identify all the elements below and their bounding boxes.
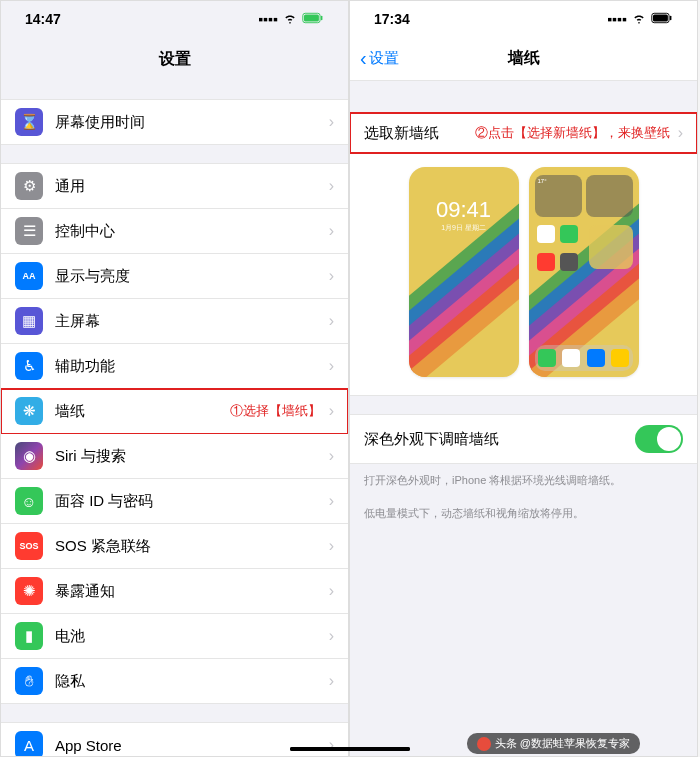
siri-icon: ◉ xyxy=(15,442,43,470)
chevron-right-icon: › xyxy=(329,357,334,375)
sos-icon: SOS xyxy=(15,532,43,560)
settings-row-控制中心[interactable]: ☰控制中心› xyxy=(1,209,348,254)
lock-time: 09:41 xyxy=(409,197,519,223)
dock xyxy=(535,345,633,371)
wifi-icon xyxy=(631,10,647,29)
svg-rect-5 xyxy=(670,16,672,21)
nav-header: ‹ 设置 墙纸 xyxy=(350,37,697,81)
nav-header: 设置 xyxy=(1,37,348,81)
chevron-right-icon: › xyxy=(329,177,334,195)
page-title: 设置 xyxy=(159,49,191,70)
footer-note-2: 低电量模式下，动态墙纸和视角缩放将停用。 xyxy=(350,497,697,530)
lock-date: 1月9日 星期二 xyxy=(409,223,519,233)
status-time: 17:34 xyxy=(374,11,410,27)
battery-icon: ▮ xyxy=(15,622,43,650)
row-label: 墙纸 xyxy=(55,402,230,421)
chevron-right-icon: › xyxy=(329,582,334,600)
cellular-icon: ▪▪▪▪ xyxy=(258,11,278,27)
row-label: Siri 与搜索 xyxy=(55,447,329,466)
settings-row-主屏幕[interactable]: ▦主屏幕› xyxy=(1,299,348,344)
chevron-right-icon: › xyxy=(329,447,334,465)
row-label: 选取新墙纸 xyxy=(364,124,475,143)
wallpaper-content: 选取新墙纸 ②点击【选择新墙纸】，来换壁纸 › 09:41 1月9日 星期二 1… xyxy=(350,81,697,756)
settings-row-墙纸[interactable]: ❋墙纸①选择【墙纸】› xyxy=(1,389,348,434)
row-label: 屏幕使用时间 xyxy=(55,113,329,132)
row-label: 电池 xyxy=(55,627,329,646)
chevron-right-icon: › xyxy=(329,537,334,555)
row-label: 暴露通知 xyxy=(55,582,329,601)
chevron-right-icon: › xyxy=(329,736,334,754)
settings-row-SOS 紧急联络[interactable]: SOSSOS 紧急联络› xyxy=(1,524,348,569)
wallpaper-icon: ❋ xyxy=(15,397,43,425)
cellular-icon: ▪▪▪▪ xyxy=(607,11,627,27)
homescreen-preview[interactable]: 17° xyxy=(529,167,639,377)
svg-rect-1 xyxy=(304,14,319,21)
virus-icon: ✺ xyxy=(15,577,43,605)
settings-row-面容 ID 与密码[interactable]: ☺面容 ID 与密码› xyxy=(1,479,348,524)
weather-widget: 17° xyxy=(535,175,582,217)
phone-left-settings: 14:47 ▪▪▪▪ 设置 ⌛屏幕使用时间›⚙通用›☰控制中心›AA显示与亮度›… xyxy=(0,0,349,757)
settings-row-屏幕使用时间[interactable]: ⌛屏幕使用时间› xyxy=(1,99,348,145)
settings-row-Siri 与搜索[interactable]: ◉Siri 与搜索› xyxy=(1,434,348,479)
large-widget xyxy=(589,225,633,269)
settings-row-辅助功能[interactable]: ♿︎辅助功能› xyxy=(1,344,348,389)
row-label: 隐私 xyxy=(55,672,329,691)
status-bar: 17:34 ▪▪▪▪ xyxy=(350,1,697,37)
calendar-widget xyxy=(586,175,633,217)
footer-note-1: 打开深色外观时，iPhone 将根据环境光线调暗墙纸。 xyxy=(350,464,697,497)
wifi-icon xyxy=(282,10,298,29)
row-label: 主屏幕 xyxy=(55,312,329,331)
settings-row-通用[interactable]: ⚙通用› xyxy=(1,163,348,209)
chevron-right-icon: › xyxy=(329,672,334,690)
row-label: App Store xyxy=(55,737,329,754)
home-indicator[interactable] xyxy=(290,747,410,751)
status-indicators: ▪▪▪▪ xyxy=(607,10,673,29)
status-time: 14:47 xyxy=(25,11,61,27)
annotation-text: ①选择【墙纸】 xyxy=(230,402,321,420)
row-label: SOS 紧急联络 xyxy=(55,537,329,556)
lockscreen-preview[interactable]: 09:41 1月9日 星期二 xyxy=(409,167,519,377)
status-indicators: ▪▪▪▪ xyxy=(258,10,324,29)
dark-mode-toggle[interactable] xyxy=(635,425,683,453)
page-title: 墙纸 xyxy=(508,48,540,69)
chevron-right-icon: › xyxy=(329,267,334,285)
settings-row-电池[interactable]: ▮电池› xyxy=(1,614,348,659)
back-button[interactable]: ‹ 设置 xyxy=(360,47,399,70)
faceid-icon: ☺ xyxy=(15,487,43,515)
gear-icon: ⚙ xyxy=(15,172,43,200)
watermark: 头条 @数据蛙苹果恢复专家 xyxy=(467,733,640,754)
settings-row-暴露通知[interactable]: ✺暴露通知› xyxy=(1,569,348,614)
aa-icon: AA xyxy=(15,262,43,290)
chevron-right-icon: › xyxy=(329,222,334,240)
watermark-avatar-icon xyxy=(477,737,491,751)
svg-rect-2 xyxy=(321,16,323,21)
chevron-right-icon: › xyxy=(329,492,334,510)
select-new-wallpaper-row[interactable]: 选取新墙纸 ②点击【选择新墙纸】，来换壁纸 › xyxy=(350,113,697,153)
toggle-label: 深色外观下调暗墙纸 xyxy=(364,430,499,449)
chevron-right-icon: › xyxy=(329,113,334,131)
annotation-text: ②点击【选择新墙纸】，来换壁纸 xyxy=(475,124,670,142)
wallpaper-preview: 09:41 1月9日 星期二 17° xyxy=(350,153,697,396)
battery-icon xyxy=(302,11,324,27)
status-bar: 14:47 ▪▪▪▪ xyxy=(1,1,348,37)
settings-row-显示与亮度[interactable]: AA显示与亮度› xyxy=(1,254,348,299)
hourglass-icon: ⌛ xyxy=(15,108,43,136)
accessibility-icon: ♿︎ xyxy=(15,352,43,380)
row-label: 面容 ID 与密码 xyxy=(55,492,329,511)
grid-icon: ▦ xyxy=(15,307,43,335)
chevron-right-icon: › xyxy=(329,627,334,645)
chevron-right-icon: › xyxy=(329,312,334,330)
row-label: 显示与亮度 xyxy=(55,267,329,286)
battery-icon xyxy=(651,11,673,27)
hand-icon: ✋︎ xyxy=(15,667,43,695)
row-label: 辅助功能 xyxy=(55,357,329,376)
chevron-left-icon: ‹ xyxy=(360,47,367,70)
dark-mode-dim-row: 深色外观下调暗墙纸 xyxy=(350,414,697,464)
switches-icon: ☰ xyxy=(15,217,43,245)
row-label: 控制中心 xyxy=(55,222,329,241)
chevron-right-icon: › xyxy=(329,402,334,420)
settings-list[interactable]: ⌛屏幕使用时间›⚙通用›☰控制中心›AA显示与亮度›▦主屏幕›♿︎辅助功能›❋墙… xyxy=(1,81,348,756)
chevron-right-icon: › xyxy=(678,124,683,142)
appstore-icon: A xyxy=(15,731,43,756)
settings-row-隐私[interactable]: ✋︎隐私› xyxy=(1,659,348,704)
